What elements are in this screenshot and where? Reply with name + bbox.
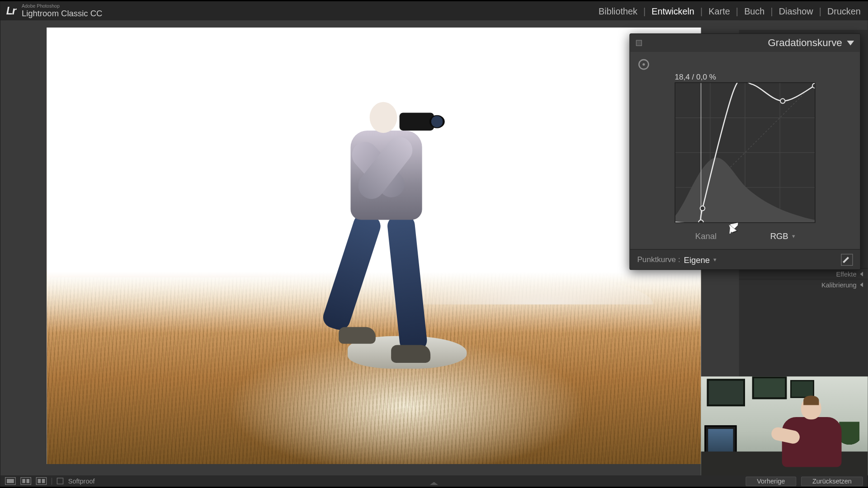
module-tab-develop[interactable]: Entwickeln — [651, 5, 696, 17]
chevron-left-icon — [860, 282, 863, 287]
panel-toggle-icon[interactable] — [636, 40, 642, 46]
dropdown-caret-icon: ▾ — [713, 256, 717, 263]
softproof-label: Softproof — [68, 478, 95, 485]
before-after-split-icon[interactable] — [36, 477, 47, 485]
module-tab-library[interactable]: Bibliothek — [597, 5, 638, 17]
reset-button[interactable]: Zurücksetzen — [801, 476, 863, 486]
pointcurve-value: Eigene — [684, 255, 710, 264]
chevron-left-icon — [860, 272, 863, 277]
bottom-panel-handle[interactable] — [428, 483, 441, 487]
pointcurve-dropdown[interactable]: Eigene ▾ — [684, 255, 717, 264]
previous-button[interactable]: Vorherige — [745, 476, 796, 486]
module-switcher: Bibliothek| Entwickeln| Karte| Buch| Dia… — [597, 5, 862, 17]
app-titlebar: Lr Adobe Photoshop Lightroom Classic CC … — [0, 1, 868, 20]
tone-curve-graph[interactable] — [675, 82, 815, 223]
lr-glyph: Lr — [6, 5, 16, 17]
webcam-overlay — [701, 376, 868, 475]
module-tab-book[interactable]: Buch — [743, 5, 766, 17]
app-logo: Lr Adobe Photoshop Lightroom Classic CC — [6, 5, 103, 18]
chevron-down-icon — [847, 41, 854, 46]
channel-dropdown[interactable]: RGB ▾ — [770, 231, 795, 241]
module-tab-print[interactable]: Drucken — [826, 5, 862, 17]
panel-label: Kalibrierung — [821, 281, 856, 288]
tone-curve-panel: Gradationskurve 18,4 / 0,0 % — [629, 33, 860, 270]
targeted-adjustment-icon[interactable] — [638, 59, 649, 70]
svg-point-10 — [780, 99, 785, 103]
svg-point-11 — [812, 83, 815, 88]
svg-point-8 — [698, 220, 703, 222]
svg-point-9 — [700, 206, 705, 211]
softproof-checkbox[interactable] — [57, 478, 63, 484]
photo-preview[interactable] — [47, 28, 701, 464]
tone-curve-header[interactable]: Gradationskurve — [630, 34, 860, 52]
tone-curve-title: Gradationskurve — [768, 37, 842, 49]
module-tab-map[interactable]: Karte — [708, 5, 731, 17]
panel-header-calibration[interactable]: Kalibrierung — [739, 279, 868, 290]
pointcurve-label: Punktkurve : — [637, 255, 680, 264]
panel-label: Effekte — [836, 270, 857, 277]
loupe-view-icon[interactable] — [5, 477, 16, 485]
curve-readout: 18,4 / 0,0 % — [675, 72, 815, 81]
edit-point-curve-icon[interactable] — [841, 253, 853, 265]
before-after-lr-icon[interactable] — [20, 477, 31, 485]
app-name: Lightroom Classic CC — [22, 9, 102, 17]
dropdown-caret-icon: ▾ — [792, 233, 795, 239]
channel-value: RGB — [770, 231, 788, 241]
module-tab-slideshow[interactable]: Diashow — [778, 5, 814, 17]
channel-label: Kanal — [695, 231, 717, 241]
